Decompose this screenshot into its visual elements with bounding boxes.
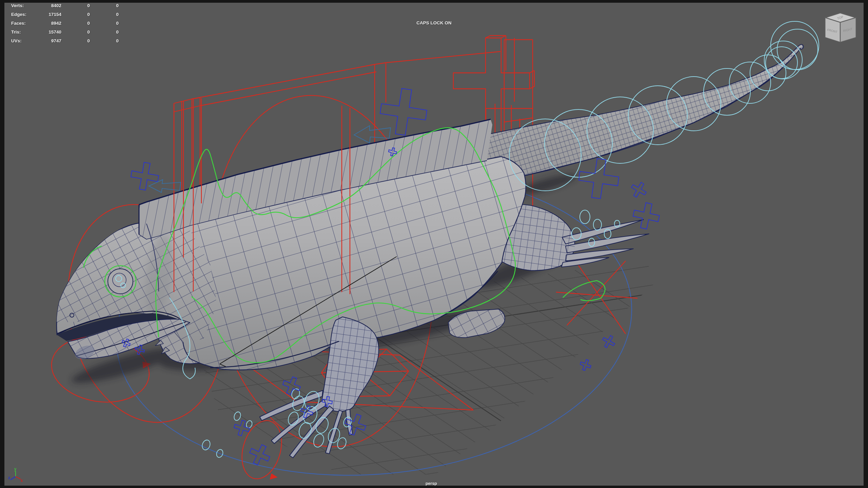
svg-text:0: 0	[116, 3, 119, 8]
svg-text:z: z	[8, 475, 10, 480]
svg-text:0: 0	[87, 12, 90, 17]
svg-text:Faces:: Faces:	[11, 21, 26, 26]
svg-text:0: 0	[116, 12, 119, 17]
svg-text:persp: persp	[426, 481, 437, 486]
svg-text:8942: 8942	[51, 21, 61, 26]
svg-text:0: 0	[87, 3, 90, 8]
svg-text:Verts:: Verts:	[11, 3, 24, 8]
svg-text:UVs:: UVs:	[11, 38, 22, 43]
svg-text:0: 0	[87, 21, 90, 26]
svg-text:15740: 15740	[48, 29, 61, 35]
svg-text:8402: 8402	[51, 3, 61, 8]
svg-text:Tris:: Tris:	[11, 29, 21, 35]
svg-text:0: 0	[116, 38, 119, 43]
svg-text:0: 0	[116, 21, 119, 26]
svg-text:Edges:: Edges:	[11, 12, 26, 17]
svg-text:17154: 17154	[48, 12, 61, 17]
svg-text:9747: 9747	[51, 38, 61, 43]
svg-text:CAPS LOCK ON: CAPS LOCK ON	[416, 20, 452, 25]
svg-text:y: y	[14, 467, 17, 471]
svg-text:0: 0	[87, 38, 90, 43]
svg-text:0: 0	[116, 29, 119, 35]
svg-text:x: x	[21, 478, 23, 483]
svg-text:0: 0	[87, 29, 90, 35]
